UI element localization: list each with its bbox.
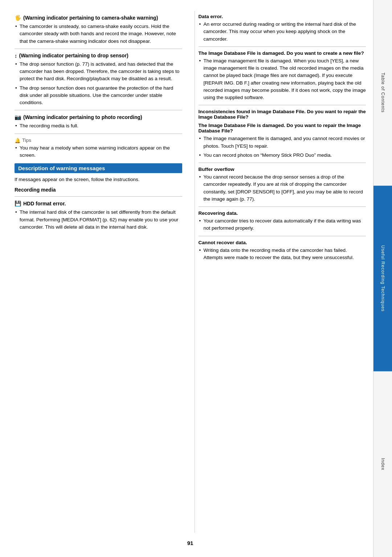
- photo-recording-title: 📷 (Warning indicator pertaining to photo…: [15, 114, 182, 120]
- cannot-recover-list: Writing data onto the recording media of…: [199, 247, 366, 262]
- buffer-overflow-list: You cannot record because the drop senso…: [199, 173, 366, 203]
- intro-text: If messages appear on the screen, follow…: [15, 176, 182, 183]
- two-col-layout: 🖐 (Warning indicator pertaining to camer…: [15, 11, 366, 533]
- hdd-format-label: HDD format error.: [23, 201, 66, 206]
- divider-r5: [199, 236, 366, 236]
- recovering-data-item-1: Your camcorder tries to recover data aut…: [199, 217, 366, 232]
- cannot-recover-title: Cannot recover data.: [199, 240, 366, 245]
- buffer-overflow-title: Buffer overflow: [199, 167, 366, 172]
- camera-shake-icon: 🖐: [15, 15, 21, 21]
- sidebar: Table of Contents Useful Recording Techn…: [373, 0, 392, 557]
- main-content: 🖐 (Warning indicator pertaining to camer…: [0, 0, 373, 557]
- recovering-data-list: Your camcorder tries to recover data aut…: [199, 217, 366, 232]
- divider-2: [15, 110, 182, 110]
- right-column: Data error. An error occurred during rea…: [195, 11, 366, 533]
- divider-r1: [199, 46, 366, 47]
- recording-media-header: Recording media: [15, 187, 182, 193]
- data-error-section: Data error. An error occurred during rea…: [199, 14, 366, 43]
- drop-sensor-icon: ↕: [15, 53, 17, 59]
- divider-r3: [199, 163, 366, 163]
- photo-recording-list: The recording media is full.: [15, 122, 182, 130]
- camera-shake-item-1: The camcorder is unsteady, so camera-sha…: [15, 23, 182, 45]
- image-db-repair-list: The image management file is damaged, an…: [199, 135, 366, 159]
- drop-sensor-label: (Warning indicator pertaining to drop se…: [19, 53, 128, 58]
- photo-recording-label: (Warning indicator pertaining to photo r…: [23, 114, 142, 120]
- photo-recording-section: 📷 (Warning indicator pertaining to photo…: [15, 114, 182, 130]
- tips-icon: 🔔: [15, 138, 21, 143]
- data-error-item-1: An error occurred during reading or writ…: [199, 21, 366, 43]
- divider-4: [15, 196, 182, 197]
- photo-recording-icon: 📷: [15, 114, 21, 120]
- sidebar-tab-index[interactable]: Index: [373, 372, 392, 557]
- drop-sensor-list: The drop sensor function (p. 77) is acti…: [15, 61, 182, 107]
- divider-r2: [199, 105, 366, 105]
- description-header: Description of warning messages: [15, 163, 182, 173]
- tips-section: 🔔 Tips You may hear a melody when some w…: [15, 138, 182, 159]
- image-db-repair-title: Inconsistencies found in Image Database …: [199, 109, 366, 120]
- tips-list: You may hear a melody when some warning …: [15, 144, 182, 159]
- image-db-repair-item-2: You can record photos on “Memory Stick P…: [199, 152, 366, 159]
- camera-shake-section: 🖐 (Warning indicator pertaining to camer…: [15, 15, 182, 45]
- image-db-new-title: The Image Database File is damaged. Do y…: [199, 50, 366, 56]
- drop-sensor-item-2: The drop sensor function does not guaran…: [15, 85, 182, 107]
- cannot-recover-item-1: Writing data onto the recording media of…: [199, 247, 366, 262]
- page-wrapper: 🖐 (Warning indicator pertaining to camer…: [0, 0, 392, 557]
- sidebar-tab-recording[interactable]: Useful Recording Techniques: [373, 186, 392, 372]
- image-db-new-section: The Image Database File is damaged. Do y…: [199, 50, 366, 102]
- divider-1: [15, 49, 182, 49]
- sidebar-tab-toc[interactable]: Table of Contents: [373, 0, 392, 186]
- tips-text: Tips: [22, 138, 31, 143]
- camera-shake-list: The camcorder is unsteady, so camera-sha…: [15, 23, 182, 45]
- left-column: 🖐 (Warning indicator pertaining to camer…: [15, 11, 186, 533]
- page-number: 91: [15, 540, 366, 546]
- camera-shake-label: (Warning indicator pertaining to camera-…: [23, 15, 158, 21]
- hdd-format-item-1: The internal hard disk of the camcorder …: [15, 209, 182, 231]
- recovering-data-title: Recovering data.: [199, 210, 366, 216]
- camera-shake-title: 🖐 (Warning indicator pertaining to camer…: [15, 15, 182, 21]
- data-error-title: Data error.: [199, 14, 366, 19]
- drop-sensor-section: ↕ (Warning indicator pertaining to drop …: [15, 53, 182, 107]
- photo-recording-item-1: The recording media is full.: [15, 122, 182, 130]
- image-db-repair-item-1: The image management file is damaged, an…: [199, 135, 366, 150]
- sidebar-tab-toc-label: Table of Contents: [380, 73, 385, 112]
- buffer-overflow-item-1: You cannot record because the drop senso…: [199, 173, 366, 203]
- cannot-recover-section: Cannot recover data. Writing data onto t…: [199, 240, 366, 262]
- sidebar-tab-index-label: Index: [380, 458, 385, 470]
- hdd-format-list: The internal hard disk of the camcorder …: [15, 209, 182, 231]
- drop-sensor-item-1: The drop sensor function (p. 77) is acti…: [15, 61, 182, 83]
- image-db-new-list: The image management file is damaged. Wh…: [199, 57, 366, 102]
- buffer-overflow-section: Buffer overflow You cannot record becaus…: [199, 167, 366, 203]
- recovering-data-section: Recovering data. Your camcorder tries to…: [199, 210, 366, 232]
- hdd-icon: 💾: [15, 200, 21, 207]
- divider-3: [15, 134, 182, 134]
- hdd-format-section: 💾 HDD format error. The internal hard di…: [15, 200, 182, 231]
- image-db-repair-section: Inconsistencies found in Image Database …: [199, 109, 366, 159]
- tips-item-1: You may hear a melody when some warning …: [15, 144, 182, 159]
- hdd-format-title: 💾 HDD format error.: [15, 200, 182, 207]
- tips-label: 🔔 Tips: [15, 138, 182, 143]
- image-db-new-item-1: The image management file is damaged. Wh…: [199, 57, 366, 102]
- data-error-list: An error occurred during reading or writ…: [199, 21, 366, 43]
- image-db-repair-title2: The Image Database File is damaged. Do y…: [199, 123, 366, 134]
- sidebar-tab-recording-label: Useful Recording Techniques: [380, 245, 385, 312]
- divider-r4: [199, 206, 366, 207]
- drop-sensor-title: ↕ (Warning indicator pertaining to drop …: [15, 53, 182, 59]
